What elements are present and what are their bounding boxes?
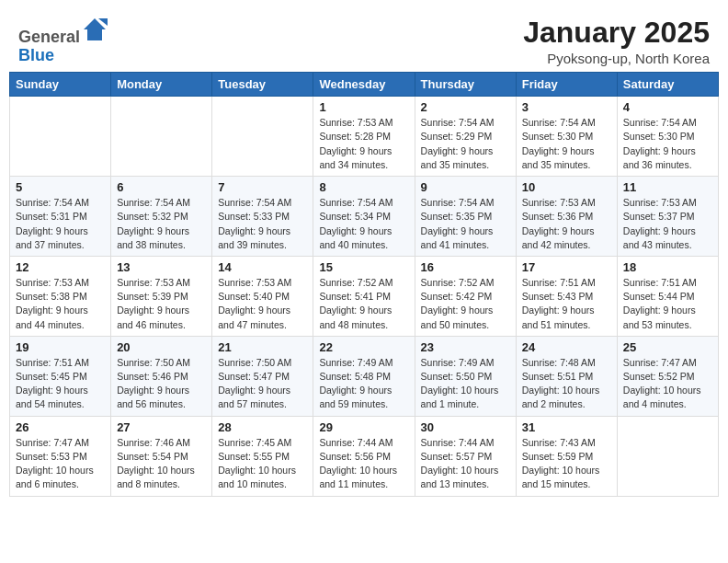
- calendar-cell: 20Sunrise: 7:50 AM Sunset: 5:46 PM Dayli…: [111, 336, 212, 416]
- calendar-week-row: 19Sunrise: 7:51 AM Sunset: 5:45 PM Dayli…: [10, 336, 719, 416]
- calendar-cell: 26Sunrise: 7:47 AM Sunset: 5:53 PM Dayli…: [10, 416, 111, 496]
- weekday-header: Sunday: [10, 73, 111, 97]
- day-info: Sunrise: 7:53 AM Sunset: 5:37 PM Dayligh…: [623, 196, 712, 252]
- calendar-cell: 27Sunrise: 7:46 AM Sunset: 5:54 PM Dayli…: [111, 416, 212, 496]
- day-number: 14: [218, 260, 307, 274]
- day-number: 31: [522, 420, 611, 434]
- calendar-cell: 19Sunrise: 7:51 AM Sunset: 5:45 PM Dayli…: [10, 336, 111, 416]
- calendar-cell: 8Sunrise: 7:54 AM Sunset: 5:34 PM Daylig…: [313, 177, 415, 257]
- day-info: Sunrise: 7:51 AM Sunset: 5:45 PM Dayligh…: [16, 356, 105, 412]
- day-info: Sunrise: 7:54 AM Sunset: 5:31 PM Dayligh…: [16, 196, 105, 252]
- weekday-header: Wednesday: [313, 73, 415, 97]
- calendar-cell: 16Sunrise: 7:52 AM Sunset: 5:42 PM Dayli…: [415, 256, 516, 336]
- calendar-cell: 21Sunrise: 7:50 AM Sunset: 5:47 PM Dayli…: [212, 336, 313, 416]
- day-number: 27: [117, 420, 206, 434]
- calendar-table: SundayMondayTuesdayWednesdayThursdayFrid…: [9, 72, 719, 496]
- calendar-cell: 23Sunrise: 7:49 AM Sunset: 5:50 PM Dayli…: [415, 336, 516, 416]
- day-number: 8: [319, 180, 408, 194]
- weekday-header-row: SundayMondayTuesdayWednesdayThursdayFrid…: [10, 73, 719, 97]
- day-number: 23: [421, 340, 510, 354]
- day-number: 10: [522, 180, 611, 194]
- day-info: Sunrise: 7:47 AM Sunset: 5:53 PM Dayligh…: [16, 436, 105, 492]
- logo-general: General: [18, 28, 80, 46]
- calendar-cell: 31Sunrise: 7:43 AM Sunset: 5:59 PM Dayli…: [516, 416, 617, 496]
- calendar-cell: 12Sunrise: 7:53 AM Sunset: 5:38 PM Dayli…: [10, 256, 111, 336]
- weekday-header: Monday: [111, 73, 212, 97]
- calendar-cell: 18Sunrise: 7:51 AM Sunset: 5:44 PM Dayli…: [617, 256, 718, 336]
- day-info: Sunrise: 7:51 AM Sunset: 5:43 PM Dayligh…: [522, 276, 611, 332]
- calendar-cell: 3Sunrise: 7:54 AM Sunset: 5:30 PM Daylig…: [516, 97, 617, 177]
- calendar-cell: 10Sunrise: 7:53 AM Sunset: 5:36 PM Dayli…: [516, 177, 617, 257]
- calendar-cell: 6Sunrise: 7:54 AM Sunset: 5:32 PM Daylig…: [111, 177, 212, 257]
- day-info: Sunrise: 7:54 AM Sunset: 5:29 PM Dayligh…: [421, 116, 510, 172]
- calendar-cell: 2Sunrise: 7:54 AM Sunset: 5:29 PM Daylig…: [415, 97, 516, 177]
- logo-blue: Blue: [18, 46, 54, 64]
- calendar-cell: 11Sunrise: 7:53 AM Sunset: 5:37 PM Dayli…: [617, 177, 718, 257]
- day-number: 16: [421, 260, 510, 274]
- weekday-header: Thursday: [415, 73, 516, 97]
- day-info: Sunrise: 7:44 AM Sunset: 5:56 PM Dayligh…: [319, 436, 408, 492]
- day-info: Sunrise: 7:53 AM Sunset: 5:40 PM Dayligh…: [218, 276, 307, 332]
- calendar-cell: 17Sunrise: 7:51 AM Sunset: 5:43 PM Dayli…: [516, 256, 617, 336]
- day-number: 12: [16, 260, 105, 274]
- day-number: 25: [623, 340, 712, 354]
- calendar-cell: 1Sunrise: 7:53 AM Sunset: 5:28 PM Daylig…: [313, 97, 415, 177]
- month-title: January 2025: [523, 17, 710, 49]
- day-number: 18: [623, 260, 712, 274]
- calendar-cell: 13Sunrise: 7:53 AM Sunset: 5:39 PM Dayli…: [111, 256, 212, 336]
- day-info: Sunrise: 7:53 AM Sunset: 5:38 PM Dayligh…: [16, 276, 105, 332]
- day-info: Sunrise: 7:46 AM Sunset: 5:54 PM Dayligh…: [117, 436, 206, 492]
- day-number: 7: [218, 180, 307, 194]
- day-info: Sunrise: 7:54 AM Sunset: 5:34 PM Dayligh…: [319, 196, 408, 252]
- calendar-cell: 25Sunrise: 7:47 AM Sunset: 5:52 PM Dayli…: [617, 336, 718, 416]
- day-number: 3: [522, 100, 611, 114]
- day-number: 15: [319, 260, 408, 274]
- calendar-week-row: 12Sunrise: 7:53 AM Sunset: 5:38 PM Dayli…: [10, 256, 719, 336]
- day-number: 13: [117, 260, 206, 274]
- day-number: 24: [522, 340, 611, 354]
- day-info: Sunrise: 7:43 AM Sunset: 5:59 PM Dayligh…: [522, 436, 611, 492]
- logo: General Blue: [18, 17, 108, 65]
- title-block: January 2025 Pyoksong-up, North Korea: [523, 17, 710, 66]
- day-info: Sunrise: 7:53 AM Sunset: 5:36 PM Dayligh…: [522, 196, 611, 252]
- day-info: Sunrise: 7:54 AM Sunset: 5:33 PM Dayligh…: [218, 196, 307, 252]
- day-info: Sunrise: 7:53 AM Sunset: 5:28 PM Dayligh…: [319, 116, 408, 172]
- day-number: 20: [117, 340, 206, 354]
- calendar-cell: 9Sunrise: 7:54 AM Sunset: 5:35 PM Daylig…: [415, 177, 516, 257]
- weekday-header: Friday: [516, 73, 617, 97]
- day-number: 21: [218, 340, 307, 354]
- calendar-cell: 15Sunrise: 7:52 AM Sunset: 5:41 PM Dayli…: [313, 256, 415, 336]
- day-number: 4: [623, 100, 712, 114]
- day-number: 1: [319, 100, 408, 114]
- day-info: Sunrise: 7:54 AM Sunset: 5:32 PM Dayligh…: [117, 196, 206, 252]
- calendar-week-row: 1Sunrise: 7:53 AM Sunset: 5:28 PM Daylig…: [10, 97, 719, 177]
- location-subtitle: Pyoksong-up, North Korea: [523, 51, 710, 66]
- calendar-cell: [10, 97, 111, 177]
- day-number: 6: [117, 180, 206, 194]
- logo-icon: [82, 17, 108, 42]
- day-info: Sunrise: 7:50 AM Sunset: 5:46 PM Dayligh…: [117, 356, 206, 412]
- day-info: Sunrise: 7:45 AM Sunset: 5:55 PM Dayligh…: [218, 436, 307, 492]
- calendar-cell: 22Sunrise: 7:49 AM Sunset: 5:48 PM Dayli…: [313, 336, 415, 416]
- day-info: Sunrise: 7:52 AM Sunset: 5:41 PM Dayligh…: [319, 276, 408, 332]
- calendar-cell: [212, 97, 313, 177]
- day-number: 11: [623, 180, 712, 194]
- day-number: 5: [16, 180, 105, 194]
- day-info: Sunrise: 7:48 AM Sunset: 5:51 PM Dayligh…: [522, 356, 611, 412]
- day-info: Sunrise: 7:54 AM Sunset: 5:35 PM Dayligh…: [421, 196, 510, 252]
- calendar-cell: 7Sunrise: 7:54 AM Sunset: 5:33 PM Daylig…: [212, 177, 313, 257]
- calendar-cell: 29Sunrise: 7:44 AM Sunset: 5:56 PM Dayli…: [313, 416, 415, 496]
- day-info: Sunrise: 7:49 AM Sunset: 5:50 PM Dayligh…: [421, 356, 510, 412]
- day-info: Sunrise: 7:52 AM Sunset: 5:42 PM Dayligh…: [421, 276, 510, 332]
- day-number: 28: [218, 420, 307, 434]
- calendar-cell: 24Sunrise: 7:48 AM Sunset: 5:51 PM Dayli…: [516, 336, 617, 416]
- calendar-cell: [111, 97, 212, 177]
- day-info: Sunrise: 7:51 AM Sunset: 5:44 PM Dayligh…: [623, 276, 712, 332]
- svg-marker-0: [84, 18, 106, 40]
- day-info: Sunrise: 7:47 AM Sunset: 5:52 PM Dayligh…: [623, 356, 712, 412]
- day-number: 19: [16, 340, 105, 354]
- calendar-cell: 30Sunrise: 7:44 AM Sunset: 5:57 PM Dayli…: [415, 416, 516, 496]
- day-number: 9: [421, 180, 510, 194]
- day-number: 17: [522, 260, 611, 274]
- day-number: 29: [319, 420, 408, 434]
